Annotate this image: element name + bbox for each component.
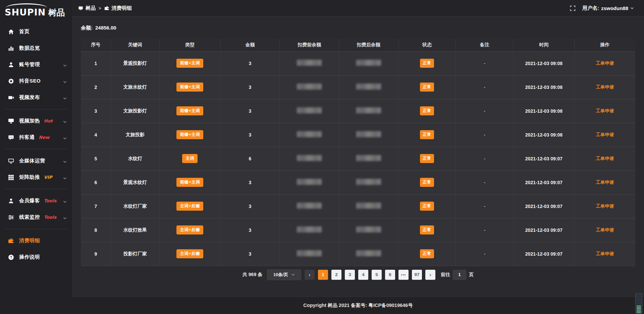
breadcrumb-label: 消费明细	[112, 5, 132, 11]
cell-keyword: 景观水纹灯	[111, 170, 159, 194]
sidebar-item-消费明细[interactable]: 消费明细	[0, 232, 72, 249]
chevron-down-icon	[630, 6, 634, 10]
menu-divider	[4, 229, 68, 229]
next-page-button[interactable]: ›	[425, 270, 435, 280]
cell-time: 2021-12-03 09:07	[514, 170, 575, 194]
breadcrumb-item-树品[interactable]: 树品	[78, 5, 96, 11]
work-order-link[interactable]: 工单申请	[596, 156, 614, 161]
masked-balance	[297, 131, 322, 137]
type-badge: 前缀+主词	[176, 59, 203, 68]
work-order-link[interactable]: 工单申请	[596, 180, 614, 185]
page-button-5[interactable]: 5	[372, 270, 382, 280]
status-badge: 正常	[420, 83, 434, 92]
sidebar-item-抖音SEO[interactable]: 抖音SEO	[0, 73, 72, 89]
cell-pre-balance	[280, 194, 339, 218]
logo: SHUPIN 树品	[0, 0, 72, 20]
column-header-时间: 时间	[514, 39, 575, 51]
chevron-down-icon	[63, 159, 67, 163]
page-ellipsis[interactable]: •••	[398, 270, 409, 280]
copyright-text: Copyright 树品 2021 备案号: 粤ICP备09019646号	[303, 302, 413, 309]
sidebar-item-label: 数据总览	[19, 45, 40, 51]
cell-type: 前缀+主词	[159, 51, 220, 75]
page-button-2[interactable]: 2	[331, 270, 341, 280]
work-order-link[interactable]: 工单申请	[596, 108, 614, 113]
logo-text-cn: 树品	[48, 7, 65, 18]
sidebar-item-视频发布[interactable]: 视频发布	[0, 89, 72, 106]
cell-note: -	[456, 194, 514, 218]
prev-page-button[interactable]: ‹	[305, 270, 315, 280]
cell-post-balance	[339, 218, 398, 242]
masked-balance	[356, 179, 381, 185]
sidebar-item-badge: Tools	[44, 198, 56, 203]
cell-note: -	[456, 218, 514, 242]
chevron-down-icon	[63, 215, 67, 219]
page-button-3[interactable]: 3	[345, 270, 355, 280]
chevron-down-icon	[291, 273, 295, 276]
pagination: 共 969 条 10条/页 ‹ 123456•••97 › 前往 页	[81, 269, 635, 280]
app-icon	[78, 6, 83, 11]
sidebar-item-线索监控[interactable]: 线索监控Tools	[0, 209, 72, 225]
goto-page-input[interactable]	[453, 270, 466, 280]
cell-type: 前缀+主词	[159, 170, 220, 194]
cell-note: -	[456, 99, 514, 123]
column-header-扣费前余额: 扣费前余额	[280, 39, 339, 51]
cell-keyword: 水纹灯	[111, 147, 159, 170]
sidebar-item-首页[interactable]: 首页	[0, 23, 72, 40]
chevron-down-icon	[63, 96, 67, 99]
cell-time: 2021-12-03 09:07	[514, 194, 575, 218]
cell-post-balance	[339, 194, 398, 218]
cell-amount: 3	[220, 75, 280, 99]
work-order-link[interactable]: 工单申请	[596, 61, 614, 66]
page-button-6[interactable]: 6	[385, 270, 395, 280]
sidebar-item-数据总览[interactable]: 数据总览	[0, 40, 72, 56]
sidebar-item-label: 消费明细	[19, 238, 40, 244]
breadcrumb-label: 树品	[86, 5, 96, 11]
sidebar-item-操作说明[interactable]: ?操作说明	[0, 249, 72, 265]
page-size-select[interactable]: 10条/页	[267, 269, 301, 280]
user-menu[interactable]: 用户名: zswodun88	[582, 5, 634, 11]
cell-keyword: 投影灯厂家	[111, 242, 159, 266]
breadcrumb-item-消费明细[interactable]: 消费明细	[104, 5, 132, 11]
svg-text:?: ?	[10, 255, 12, 259]
bar-chart-icon	[8, 45, 14, 51]
work-order-link[interactable]: 工单申请	[596, 227, 614, 232]
status-badge: 正常	[420, 249, 434, 258]
type-badge: 主词+后缀	[176, 249, 203, 258]
masked-balance	[356, 107, 381, 113]
cell-type: 主词+后缀	[159, 218, 220, 242]
floating-widget[interactable]	[635, 293, 642, 314]
sidebar-item-全媒体运营[interactable]: 全媒体运营	[0, 153, 72, 169]
sidebar-item-label: 线索监控	[19, 214, 40, 220]
masked-balance	[356, 155, 381, 161]
sidebar-item-矩阵助推[interactable]: 矩阵助推VIP	[0, 169, 72, 186]
masked-balance	[356, 226, 381, 232]
sidebar-item-抖客通[interactable]: 抖客通New	[0, 129, 72, 146]
work-order-link[interactable]: 工单申请	[596, 204, 614, 209]
work-order-link[interactable]: 工单申请	[596, 85, 614, 90]
sidebar-item-账号管理[interactable]: 账号管理	[0, 56, 72, 73]
goto-label: 前往	[441, 272, 450, 278]
sidebar-item-会员爆客[interactable]: 会员爆客Tools	[0, 193, 72, 209]
cell-status: 正常	[398, 51, 456, 75]
column-header-金额: 金额	[220, 39, 280, 51]
cell-post-balance	[339, 123, 398, 147]
cell-pre-balance	[280, 51, 339, 75]
cell-note: -	[456, 51, 514, 75]
work-order-link[interactable]: 工单申请	[596, 251, 614, 256]
sidebar-item-视频加热[interactable]: 视频加热Hot	[0, 113, 72, 129]
cell-post-balance	[339, 242, 398, 266]
page-button-4[interactable]: 4	[358, 270, 368, 280]
masked-balance	[356, 60, 381, 66]
fullscreen-icon[interactable]	[570, 5, 576, 11]
work-order-link[interactable]: 工单申请	[596, 132, 614, 137]
cell-pre-balance	[280, 75, 339, 99]
masked-balance	[297, 60, 322, 66]
cell-amount: 3	[220, 218, 280, 242]
table-row: 3文旅投影灯前缀+主词3正常-2021-12-03 09:08工单申请	[81, 99, 635, 123]
page-button-1[interactable]: 1	[318, 270, 328, 280]
cell-action: 工单申请	[574, 123, 635, 147]
gear-icon	[8, 78, 14, 84]
page-button-97[interactable]: 97	[412, 270, 422, 280]
cell-time: 2021-12-03 09:08	[514, 51, 575, 75]
grid-icon	[8, 174, 14, 180]
